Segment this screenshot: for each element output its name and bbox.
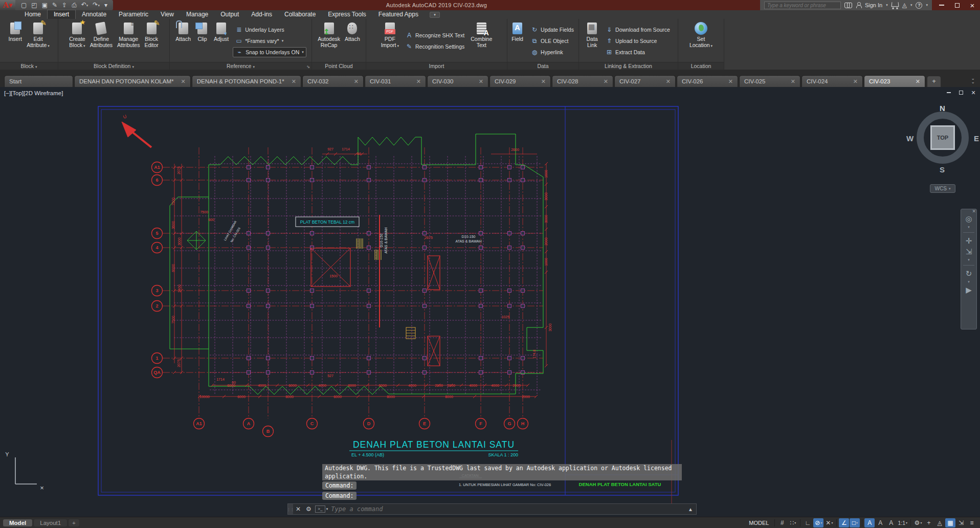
undo-button[interactable]: ↶▾ (80, 0, 90, 10)
object-snap-tracking-toggle[interactable]: ∠ (839, 518, 849, 527)
ribbon-button-adjust[interactable]: Adjust (212, 20, 231, 62)
zoom-extents-dropdown-icon[interactable]: ▾ (968, 258, 970, 261)
new-layout-button[interactable]: + (69, 519, 79, 526)
orbit-dropdown-icon[interactable]: ▾ (968, 280, 970, 283)
ribbon-button-attach-point-cloud[interactable]: Attach (343, 20, 362, 62)
snap-mode-toggle[interactable]: ∷▾ (788, 518, 798, 527)
model-space-button[interactable]: MODEL (745, 519, 772, 527)
annotation-visibility-toggle[interactable]: A (864, 518, 875, 527)
ribbon-button-update-fields[interactable]: ↻Update Fields (528, 25, 576, 35)
restore-button[interactable] (949, 0, 965, 10)
ribbon-tab-home[interactable]: Home (18, 10, 47, 19)
snap-to-underlays-dropdown-icon[interactable]: ▾ (302, 50, 304, 54)
save-button[interactable]: ▣ (40, 1, 49, 10)
workspace-switching-toggle[interactable]: ⚙▾ (913, 518, 923, 527)
create-block-dropdown-icon[interactable]: ▾ (83, 44, 85, 48)
tab-close-icon[interactable]: ✕ (541, 78, 546, 85)
polar-tracking-toggle[interactable]: ⊘▾ (813, 518, 823, 527)
app-store-dropdown-icon[interactable]: ▾ (910, 3, 912, 7)
file-tab-civ-032[interactable]: CIV-032✕ (302, 75, 364, 87)
ribbon-button-underlay-layers[interactable]: ≣Underlay Layers (233, 25, 306, 35)
ribbon-button-recognize-shx-text[interactable]: ARecognize SHX Text (403, 30, 466, 40)
ribbon-button-edit-attribute[interactable]: EditAttribute▾ (25, 20, 52, 62)
snap-mode-dropdown-icon[interactable]: ▾ (794, 521, 796, 524)
zoom-extents-icon[interactable]: ⇲ (966, 247, 972, 256)
viewcube-west[interactable]: W (906, 134, 914, 143)
file-tab-civ-029[interactable]: CIV-029✕ (489, 75, 551, 87)
ribbon-tab-manage[interactable]: Manage (180, 10, 214, 19)
object-snap-dropdown-icon[interactable]: ▾ (856, 521, 858, 524)
panel-expand-icon[interactable]: ▾ (253, 65, 255, 69)
panel-label-point-cloud[interactable]: Point Cloud (312, 62, 366, 70)
ribbon-tab-collaborate[interactable]: Collaborate (278, 10, 322, 19)
ribbon-button-frames-vary[interactable]: ▭*Frames vary*▾ (233, 36, 306, 46)
orbit-icon[interactable]: ↻ (966, 269, 972, 278)
crosshair-plus-toggle[interactable]: + (924, 518, 934, 527)
drawing-canvas[interactable]: UA1654321QAA1ABCDEFGH9271714602600207575… (0, 87, 980, 517)
file-tab-civ-027[interactable]: CIV-027✕ (614, 75, 676, 87)
ribbon-button-create-block[interactable]: CreateBlock▾ (67, 20, 87, 62)
help-dropdown-icon[interactable]: ▾ (926, 3, 928, 7)
frames-vary-dropdown-icon[interactable]: ▾ (282, 39, 284, 43)
tab-close-icon[interactable]: ✕ (916, 78, 920, 85)
tab-overflow-menu-icon[interactable]: ⌄⌄ (971, 77, 975, 84)
ribbon-tab-view[interactable]: View (154, 10, 180, 19)
tab-close-icon[interactable]: ✕ (853, 78, 858, 85)
upload-to-mobile-button[interactable]: ⇪ (60, 1, 69, 10)
tab-close-icon[interactable]: ✕ (354, 78, 359, 85)
plot-button[interactable]: ⎙ (70, 1, 78, 10)
file-tab-civ-030[interactable]: CIV-030✕ (427, 75, 488, 87)
open-file-button[interactable]: ◰ (30, 1, 38, 10)
close-button[interactable]: × (965, 0, 980, 10)
command-customize-icon[interactable]: ⚙ (303, 505, 314, 513)
ribbon-button-define-attributes[interactable]: DefineAttributes (88, 20, 115, 62)
undo-dropdown-icon[interactable]: ▾ (86, 4, 88, 7)
layout1-tab[interactable]: Layout1 (34, 519, 67, 526)
panel-expand-icon[interactable]: ▾ (132, 65, 134, 69)
ribbon-button-extract-data[interactable]: ⊞Extract Data (603, 47, 672, 57)
ribbon-tab-insert[interactable]: Insert (47, 10, 76, 19)
doc-close-button[interactable]: × (970, 89, 977, 96)
ribbon-button-data-link[interactable]: DataLink (583, 20, 601, 62)
application-menu-button[interactable]: A▾ (0, 0, 15, 10)
save-as-button[interactable]: ✎ (51, 1, 59, 10)
isometric-drafting-toggle[interactable]: ✕▾ (824, 518, 834, 527)
ribbon-button-ole-object[interactable]: ⧉OLE Object (528, 36, 576, 46)
ribbon-tab-express-tools[interactable]: Express Tools (322, 10, 372, 19)
dialog-launcher-icon[interactable]: ⇘ (306, 63, 310, 70)
pan-icon[interactable]: ✛ (966, 236, 972, 245)
recent-commands-icon[interactable]: >_ (315, 505, 325, 513)
viewcube-east[interactable]: E (974, 134, 979, 143)
ribbon-tab-parametric[interactable]: Parametric (113, 10, 154, 19)
polar-tracking-dropdown-icon[interactable]: ▾ (820, 521, 822, 524)
model-tab[interactable]: Model (3, 519, 32, 526)
help-icon[interactable]: ? (916, 2, 922, 9)
store-cart-icon[interactable] (891, 2, 899, 7)
ribbon-button-pdf-import[interactable]: PDFImport▾ (379, 20, 401, 62)
ribbon-tab-featured-apps[interactable]: Featured Apps (372, 10, 425, 19)
clean-screen-toggle[interactable]: ⇲ (956, 518, 966, 527)
ribbon-button-manage-attributes[interactable]: ManageAttributes (115, 20, 142, 62)
tab-close-icon[interactable]: ✕ (479, 78, 483, 85)
new-drawing-tab-button[interactable]: + (927, 76, 941, 87)
command-line-grip[interactable]: ⋮⋮ (288, 504, 293, 514)
ribbon-button-recognition-settings[interactable]: ✎Recognition Settings (403, 41, 466, 52)
command-input[interactable] (328, 505, 685, 513)
viewcube-top-face[interactable]: TOP (930, 125, 955, 150)
ribbon-display-toggle[interactable]: ▾ (430, 12, 440, 18)
full-navigation-wheel-dropdown-icon[interactable]: ▾ (968, 225, 970, 229)
qat-customize-button[interactable]: ▾ (103, 1, 109, 10)
panel-label-reference[interactable]: Reference▾⇘ (170, 62, 311, 70)
ribbon-button-snap-to-underlays[interactable]: ⌁Snap to Underlays ON▾ (233, 47, 306, 57)
panel-label-location[interactable]: Location (678, 62, 724, 70)
ribbon-button-upload-to-source[interactable]: ⇑Upload to Source (603, 36, 672, 46)
ribbon-tab-output[interactable]: Output (214, 10, 245, 19)
viewport-controls[interactable]: [−][Top][2D Wireframe] (4, 90, 63, 96)
sign-in-button[interactable]: Sign In (865, 2, 882, 8)
redo-button[interactable]: ↷▾ (91, 0, 101, 10)
panel-label-block-definition[interactable]: Block Definition▾ (58, 62, 169, 70)
hardware-acceleration-toggle[interactable]: ▦ (945, 518, 955, 527)
ribbon-button-hyperlink[interactable]: ◍Hyperlink (528, 47, 576, 57)
file-tab-civ-023[interactable]: CIV-023✕ (864, 75, 925, 87)
panel-label-linking-extraction[interactable]: Linking & Extraction (579, 62, 678, 70)
